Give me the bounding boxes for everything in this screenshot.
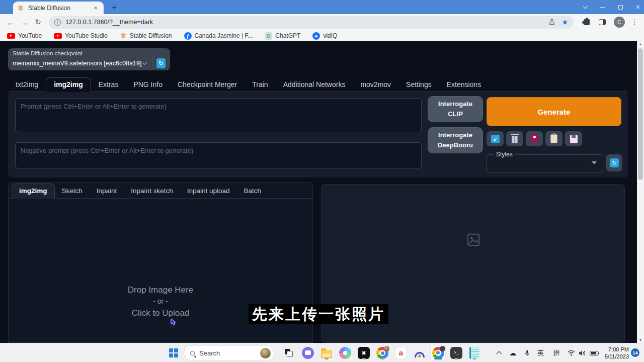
side-panel-icon[interactable] <box>599 19 606 25</box>
notepad-button[interactable] <box>467 346 481 360</box>
file-explorer-button[interactable] <box>319 346 334 360</box>
chrome-profile1-button[interactable] <box>375 346 389 360</box>
bookmark-canada-jasmine[interactable]: f Canada Jasmine | F... <box>184 32 253 40</box>
generate-button[interactable]: Generate <box>487 97 621 126</box>
profile-avatar[interactable]: C <box>614 17 625 28</box>
task-view-button[interactable] <box>282 346 296 360</box>
ime-pinyin-indicator[interactable]: 拼 <box>553 343 560 362</box>
refresh-styles-button[interactable]: ↻ <box>606 154 622 171</box>
tab-additional-networks[interactable]: Additional Networks <box>276 78 353 92</box>
extra-networks-button[interactable] <box>526 131 543 146</box>
paint3d-button[interactable] <box>338 346 352 360</box>
tab-search-chevron-icon[interactable] <box>583 4 588 9</box>
clear-prompt-button[interactable] <box>506 131 523 146</box>
prompt-toolbar-section: Interrogate CLIP Interrogate DeepBooru G… <box>8 92 628 177</box>
close-window-icon[interactable]: × <box>636 4 640 11</box>
apply-styles-button[interactable] <box>545 131 562 146</box>
clock-time: 7:00 PM <box>600 346 629 353</box>
back-icon[interactable]: ← <box>4 18 18 27</box>
site-info-icon[interactable]: i <box>54 19 61 26</box>
ime-language-indicator[interactable]: 英 <box>537 343 544 362</box>
subtab-sketch[interactable]: Sketch <box>55 184 90 198</box>
microphone-tray-icon[interactable] <box>524 343 530 362</box>
url-text[interactable]: 127.0.0.1:7860/?__theme=dark <box>65 19 548 26</box>
chevron-down-icon[interactable] <box>143 60 148 65</box>
negative-prompt-input[interactable] <box>15 142 422 168</box>
tab-img2img[interactable]: img2img <box>46 77 91 92</box>
search-placeholder: Search <box>199 349 260 357</box>
task-view-icon <box>285 349 293 357</box>
bookmark-vidiq[interactable]: ▶ vidIQ <box>312 32 337 40</box>
stable-diffusion-webui-page: Stable Diffusion checkpoint meinamix_mei… <box>0 41 644 343</box>
checkpoint-label: Stable Diffusion checkpoint <box>13 50 166 56</box>
tab-txt2img[interactable]: txt2img <box>8 78 46 92</box>
bookmark-chatgpt[interactable]: ChatGPT <box>265 32 300 40</box>
subtab-inpaint-upload[interactable]: Inpaint upload <box>180 184 237 198</box>
terminal-button[interactable] <box>449 346 463 360</box>
browser-tab[interactable]: Stable Diffusion × <box>13 2 104 14</box>
wifi-tray-icon[interactable] <box>568 343 575 362</box>
red-a-app-icon <box>395 347 407 359</box>
browser-toolbar: ← → ↻ i 127.0.0.1:7860/?__theme=dark ★ C… <box>0 14 644 30</box>
subtab-inpaint[interactable]: Inpaint <box>90 184 124 198</box>
bookmark-youtube[interactable]: YouTube <box>7 32 42 39</box>
bookmark-star-icon[interactable]: ★ <box>561 18 568 26</box>
tab-extensions[interactable]: Extensions <box>439 78 489 92</box>
tab-train[interactable]: Train <box>245 78 275 92</box>
interrogate-clip-button[interactable]: Interrogate CLIP <box>428 96 483 122</box>
prompt-input[interactable] <box>15 98 422 132</box>
close-tab-icon[interactable]: × <box>92 4 100 12</box>
scroll-up-icon[interactable]: ▲ <box>637 42 644 46</box>
chrome-profile-badge <box>384 346 389 351</box>
tab-extras[interactable]: Extras <box>91 78 126 92</box>
taskbar-clock[interactable]: 7:00 PM 5/11/2023 <box>600 346 629 360</box>
chrome-icon <box>432 347 444 359</box>
tray-overflow-button[interactable] <box>497 343 501 362</box>
subtab-img2img[interactable]: img2img <box>12 184 55 199</box>
minimize-window-icon[interactable] <box>600 7 605 8</box>
paste-params-button[interactable]: ↙ <box>487 131 504 146</box>
scrollbar-thumb[interactable] <box>638 48 643 180</box>
trash-icon <box>512 136 518 143</box>
save-style-icon <box>570 135 578 143</box>
refresh-checkpoints-button[interactable]: ↻ <box>156 58 166 68</box>
scroll-down-icon[interactable]: ▼ <box>637 338 644 342</box>
volume-tray-icon[interactable] <box>579 343 586 362</box>
tab-checkpoint-merger[interactable]: Checkpoint Merger <box>170 78 245 92</box>
chrome-active-window-button[interactable] <box>430 345 446 360</box>
subtab-inpaint-sketch[interactable]: Inpaint sketch <box>124 184 180 198</box>
notification-count-badge[interactable]: 14 <box>631 348 639 357</box>
reload-icon[interactable]: ↻ <box>31 18 45 27</box>
tab-mov2mov[interactable]: mov2mov <box>353 78 398 92</box>
subtab-batch[interactable]: Batch <box>236 184 268 198</box>
interrogate-deepbooru-button[interactable]: Interrogate DeepBooru <box>428 127 483 153</box>
red-a-app-button[interactable] <box>394 346 408 360</box>
bookmark-youtube-studio[interactable]: YouTube Studio <box>54 32 108 39</box>
gradio-bookmark-icon <box>120 32 127 39</box>
windows-logo-icon <box>169 348 178 357</box>
chevron-up-icon <box>496 351 502 356</box>
microphone-icon <box>524 349 530 357</box>
checkpoint-dropdown[interactable]: meinamix_meinaV9.safetensors [eac6c08a19… <box>13 60 141 67</box>
audacity-button[interactable] <box>413 346 427 360</box>
browser-menu-icon[interactable]: ⋮ <box>631 18 638 26</box>
forward-icon[interactable]: → <box>18 18 31 27</box>
bookmark-stable-diffusion[interactable]: Stable Diffusion <box>120 32 172 39</box>
battery-tray-icon[interactable] <box>590 343 598 362</box>
search-highlight-avatar[interactable] <box>260 348 271 358</box>
save-style-button[interactable] <box>565 131 582 146</box>
new-tab-button[interactable]: + <box>109 3 120 13</box>
onedrive-tray-icon[interactable]: ☁ <box>509 343 516 362</box>
extensions-puzzle-icon[interactable] <box>584 19 590 25</box>
teams-chat-button[interactable] <box>301 346 315 360</box>
capcut-button[interactable] <box>357 346 371 360</box>
page-scrollbar[interactable]: ▲ ▼ <box>637 41 644 343</box>
start-button[interactable] <box>167 346 181 360</box>
tab-settings[interactable]: Settings <box>398 78 439 92</box>
styles-label: Styles <box>494 151 515 158</box>
share-icon[interactable] <box>548 19 555 26</box>
taskbar-search[interactable]: Search <box>184 345 274 360</box>
address-bar[interactable]: i 127.0.0.1:7860/?__theme=dark ★ <box>49 16 574 29</box>
maximize-window-icon[interactable] <box>618 5 623 10</box>
tab-png-info[interactable]: PNG Info <box>126 78 170 92</box>
